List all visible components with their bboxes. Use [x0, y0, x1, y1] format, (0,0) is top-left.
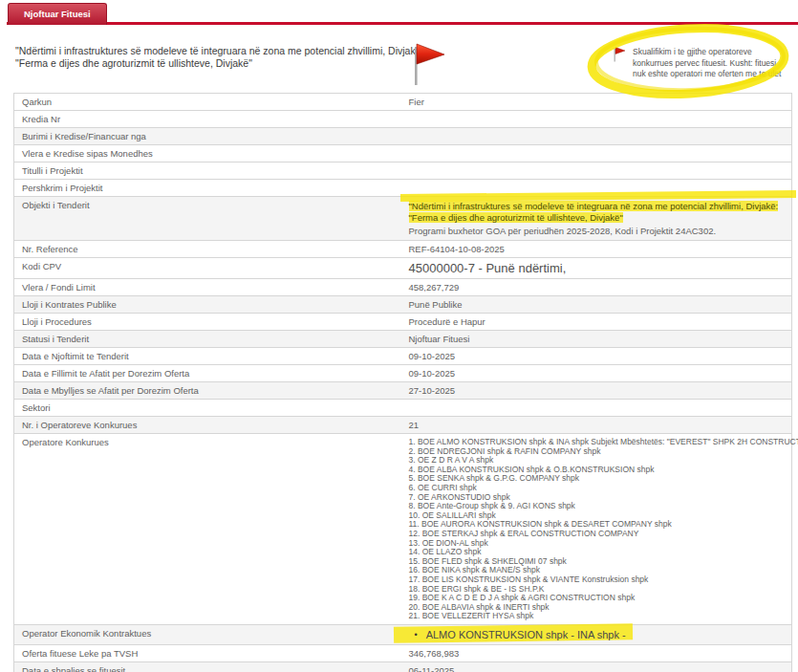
table-row: Qarkun Fier — [14, 94, 791, 111]
table-row: Sektori — [14, 400, 791, 417]
highlighted-tender-object: "Ndërtimi i infrastruktures së modeleve … — [409, 201, 779, 223]
table-row: Operatore Konkurues 1. BOE ALMO KONSTRUK… — [14, 434, 791, 625]
row-value: 06-11-2025 — [403, 662, 792, 672]
page-title: "Ndërtimi i infrastruktures së modeleve … — [15, 45, 428, 70]
row-value: Punë Publike — [403, 296, 792, 313]
row-value: 21 — [403, 417, 792, 433]
row-value: 45000000-7 - Punë ndërtimi, — [403, 258, 792, 278]
row-label: Pershkrim i Projektit — [14, 180, 403, 196]
table-row: Nr. i Operatoreve Konkurues 21 — [14, 417, 791, 434]
table-row: Burimi i Kredise/Financuar nga — [14, 128, 791, 145]
budget-program-note: Programi buxhetor GOA për periudhën 2025… — [409, 226, 785, 237]
table-row: Operator Ekonomik Kontraktues •ALMO KONS… — [14, 625, 791, 645]
table-row: Objekti i Tenderit "Ndërtimi i infrastru… — [14, 197, 791, 241]
operator-item: 21. BOE VELLEZERIT HYSA shpk — [409, 612, 785, 621]
table-row: Titulli i Projektit — [14, 163, 791, 180]
table-row: Data e shpaljes se fituesit 06-11-2025 — [14, 662, 791, 672]
table-row: Lloji i Kontrates Publike Punë Publike — [14, 296, 791, 314]
row-label: Sektori — [14, 400, 403, 416]
row-value — [403, 145, 792, 162]
row-label: Data e Mbylljes se Afatit per Dorezim Of… — [14, 382, 403, 399]
row-label: Oferta fituese Leke pa TVSH — [14, 645, 403, 661]
row-label: Vlera / Fondi Limit — [14, 279, 403, 295]
table-row: Oferta fituese Leke pa TVSH 346,768,983 — [14, 645, 791, 662]
row-label: Operator Ekonomik Kontraktues — [14, 625, 403, 644]
red-divider — [7, 22, 798, 25]
row-value: •ALMO KONSTRUKSION shpk - INA shpk - — [403, 625, 792, 644]
table-row: Statusi i Tenderit Njoftuar Fituesi — [14, 331, 791, 348]
row-label: Nr. Reference — [14, 241, 403, 257]
row-value: 458,267,729 — [403, 279, 792, 295]
row-value: 346,768,983 — [403, 645, 792, 661]
row-value — [403, 128, 792, 144]
row-label: Statusi i Tenderit — [14, 331, 403, 347]
bullet-icon: • — [415, 629, 418, 641]
row-label: Kredia Nr — [14, 111, 403, 127]
winner-name: ALMO KONSTRUKSION shpk - INA shpk - — [426, 629, 626, 640]
row-value — [403, 163, 792, 179]
table-row: Nr. Reference REF-64104-10-08-2025 — [14, 241, 791, 258]
table-row: Vlera / Fondi Limit 458,267,729 — [14, 279, 791, 296]
row-label: Data e Njoftimit te Tenderit — [14, 348, 403, 364]
row-label: Data e shpaljes se fituesit — [14, 662, 403, 672]
row-label: Objekti i Tenderit — [14, 197, 403, 240]
row-label: Nr. i Operatoreve Konkurues — [14, 417, 403, 433]
red-flag-small-icon — [614, 47, 627, 66]
row-value: 27-10-2025 — [403, 382, 792, 399]
row-label: Data e Fillimit te Afatit per Dorezim Of… — [14, 365, 403, 381]
row-value: Procedurë e Hapur — [403, 314, 792, 330]
row-value — [403, 111, 792, 127]
row-label: Kodi CPV — [14, 258, 403, 278]
row-value: 1. BOE ALMO KONSTRUKSION shpk & INA shpk… — [403, 434, 792, 624]
red-flag-icon — [414, 43, 446, 91]
row-label: Lloji i Kontrates Publike — [14, 296, 403, 313]
row-value: "Ndërtimi i infrastruktures së modeleve … — [403, 197, 792, 240]
table-row: Kredia Nr — [14, 111, 791, 128]
table-row: Vlera e Kredise sipas Monedhes — [14, 145, 791, 163]
row-label: Lloji i Procedures — [14, 314, 403, 330]
row-value — [403, 400, 792, 416]
table-row: Data e Njoftimit te Tenderit 09-10-2025 — [14, 348, 791, 365]
row-value: Fier — [403, 94, 792, 110]
table-row: Data e Fillimit te Afatit per Dorezim Of… — [14, 365, 791, 382]
row-value: 09-10-2025 — [403, 365, 792, 381]
row-label: Burimi i Kredise/Financuar nga — [14, 128, 403, 144]
row-value: REF-64104-10-08-2025 — [403, 241, 792, 257]
row-label: Operatore Konkurues — [14, 434, 403, 624]
cpv-code: 45000000-7 - Punë ndërtimi, — [409, 261, 567, 275]
tab-njoftuar-fituesi[interactable]: Njoftuar Fituesi — [8, 3, 107, 25]
row-value: 09-10-2025 — [403, 348, 792, 364]
row-label: Vlera e Kredise sipas Monedhes — [14, 145, 403, 162]
row-value: Njoftuar Fituesi — [403, 331, 792, 347]
row-label: Qarkun — [14, 94, 403, 110]
disqualification-note: Skualifikim i te gjithe operatoreve konk… — [633, 47, 784, 80]
row-label: Titulli i Projektit — [14, 163, 403, 179]
tender-table: Qarkun Fier Kredia Nr Burimi i Kredise/F… — [13, 93, 792, 672]
table-row: Lloji i Procedures Procedurë e Hapur — [14, 314, 791, 331]
table-row: Kodi CPV 45000000-7 - Punë ndërtimi, — [14, 258, 791, 279]
table-row: Data e Mbylljes se Afatit per Dorezim Of… — [14, 382, 791, 400]
